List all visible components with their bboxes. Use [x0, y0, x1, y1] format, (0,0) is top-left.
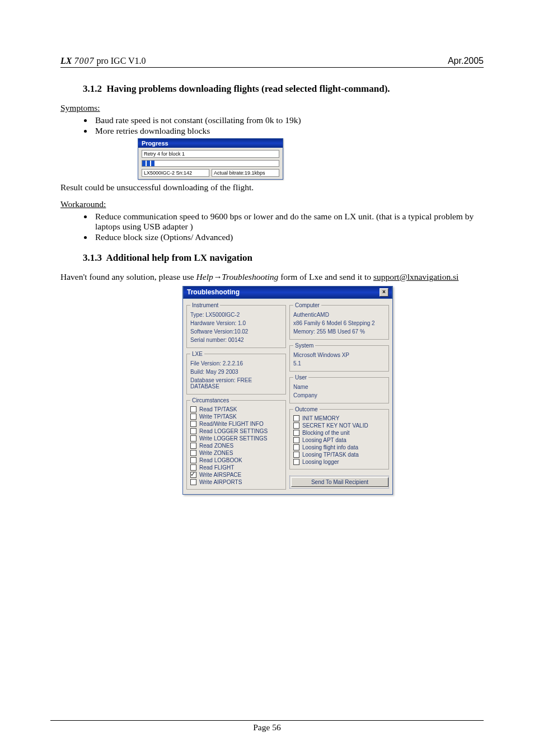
- page-footer: Page 56: [50, 720, 484, 732]
- checkbox-label: Read LOGGER SETTINGS: [199, 428, 268, 434]
- progress-bar: [142, 160, 279, 167]
- symptoms-list: Baud rate speed is not constant (oscilla…: [60, 115, 484, 136]
- checkbox-icon[interactable]: [190, 479, 196, 485]
- checkbox-label: Loosing flight info data: [302, 444, 358, 450]
- header-product: LX 7007 pro IGC V1.0: [60, 56, 146, 66]
- checkbox-icon[interactable]: [190, 421, 196, 427]
- fieldset-user: User Name Company: [289, 374, 389, 403]
- fieldset-circumstances: Circumstances Read TP/TASKWrite TP/TASKR…: [186, 397, 286, 490]
- fieldset-outcome: Outcome INIT MEMORYSECRET KEY NOT VALIDB…: [289, 406, 389, 469]
- fieldset-system: System Microsoft Windows XP 5.1: [289, 342, 389, 372]
- fieldset-lxe: LXE File Version: 2.2.2.16 Build: May 29…: [186, 351, 286, 395]
- checkbox-row[interactable]: Write LOGGER SETTINGS: [190, 435, 282, 442]
- checkbox-row[interactable]: Loosing flight info data: [293, 444, 385, 451]
- checkbox-icon[interactable]: [190, 450, 196, 456]
- send-button-focus-ring: Send To Mail Recipient: [289, 476, 389, 489]
- checkbox-icon[interactable]: [190, 464, 196, 471]
- checkbox-icon[interactable]: [190, 457, 196, 463]
- product-suffix: pro IGC V1.0: [94, 56, 146, 65]
- checkbox-icon[interactable]: [190, 435, 196, 442]
- progress-dialog: Progress Retry 4 for block 1 LX5000IGC-2…: [138, 138, 283, 180]
- checkbox-row[interactable]: SECRET KEY NOT VALID: [293, 422, 385, 429]
- workaround-label: Workaround:: [60, 199, 484, 209]
- fieldset-computer: Computer AuthenticAMD x86 Family 6 Model…: [289, 302, 389, 340]
- checkbox-row[interactable]: Read FLIGHT: [190, 464, 282, 471]
- checkbox-label: Read FLIGHT: [199, 464, 234, 471]
- checkbox-label: SECRET KEY NOT VALID: [302, 422, 368, 429]
- dialog-title: Troubleshooting: [187, 288, 240, 296]
- workaround-list: Reduce communication speed to 9600 bps o…: [60, 212, 484, 242]
- checkbox-row[interactable]: Loosing APT data: [293, 436, 385, 444]
- header-date: Apr.2005: [448, 56, 484, 66]
- progress-titlebar: Progress: [138, 139, 283, 148]
- fieldset-instrument: Instrument Type: LX5000IGC-2 Hardware Ve…: [186, 302, 286, 348]
- checkbox-label: Read LOGBOOK: [199, 457, 242, 463]
- troubleshooting-dialog: Troubleshooting × Instrument Type: LX500…: [182, 286, 393, 495]
- checkbox-icon[interactable]: [190, 443, 196, 449]
- checkbox-row[interactable]: Write AIRPORTS: [190, 478, 282, 486]
- checkbox-label: Write ZONES: [199, 450, 233, 456]
- progress-status-left: LX5000IGC-2 Sn:142: [142, 169, 209, 177]
- checkbox-row[interactable]: Read TP/TASK: [190, 406, 282, 413]
- support-email-link[interactable]: support@lxnavigation.si: [373, 272, 458, 281]
- checkbox-icon[interactable]: [190, 414, 196, 420]
- checkbox-icon[interactable]: [190, 406, 196, 412]
- troubleshooting-titlebar: Troubleshooting ×: [183, 286, 392, 299]
- checkbox-label: Loosing TP/TASK data: [302, 452, 359, 458]
- checkbox-row[interactable]: INIT MEMORY: [293, 415, 385, 422]
- checkbox-row[interactable]: Write AIRSPACE: [190, 471, 282, 478]
- checkbox-label: Blocking of the unit: [302, 430, 350, 436]
- checkbox-row[interactable]: Read/Write FLIGHT INFO: [190, 420, 282, 428]
- checkbox-label: INIT MEMORY: [302, 415, 339, 421]
- checkbox-icon[interactable]: [293, 422, 299, 429]
- progress-status-right: Actual bitrate:19.1kbps: [212, 169, 279, 177]
- checkbox-icon[interactable]: [293, 430, 299, 436]
- page-header: LX 7007 pro IGC V1.0 Apr.2005: [60, 56, 484, 68]
- checkbox-label: Read TP/TASK: [199, 406, 237, 412]
- checkbox-icon[interactable]: [190, 428, 196, 434]
- heading-313: 3.1.3 Additional help from LX navigation: [83, 252, 484, 264]
- progress-message: Retry 4 for block 1: [142, 150, 279, 158]
- list-item: Reduce block size (Options/ Advanced): [93, 232, 484, 242]
- checkbox-label: Read ZONES: [199, 443, 233, 449]
- checkbox-row[interactable]: Loosing logger: [293, 458, 385, 466]
- send-to-mail-button[interactable]: Send To Mail Recipient: [291, 477, 388, 487]
- symptoms-label: Symptoms:: [60, 102, 484, 113]
- checkbox-label: Read/Write FLIGHT INFO: [199, 421, 264, 427]
- checkbox-label: Write AIRPORTS: [199, 479, 242, 485]
- checkbox-row[interactable]: Blocking of the unit: [293, 429, 385, 436]
- checkbox-row[interactable]: Read LOGGER SETTINGS: [190, 428, 282, 435]
- checkbox-row[interactable]: Loosing TP/TASK data: [293, 451, 385, 458]
- model: 7007: [74, 56, 94, 65]
- checkbox-icon[interactable]: [293, 459, 299, 465]
- list-item: Reduce communication speed to 9600 bps o…: [93, 212, 484, 232]
- para-313: Haven't found any solution, please use H…: [60, 271, 484, 282]
- checkbox-row[interactable]: Write ZONES: [190, 449, 282, 457]
- checkbox-icon[interactable]: [293, 452, 299, 458]
- checkbox-label: Write TP/TASK: [199, 414, 237, 420]
- checkbox-row[interactable]: Read LOGBOOK: [190, 457, 282, 464]
- list-item: More retries downloading blocks: [93, 126, 484, 136]
- close-icon[interactable]: ×: [380, 288, 388, 297]
- checkbox-label: Write LOGGER SETTINGS: [199, 435, 268, 442]
- checkbox-icon[interactable]: [190, 472, 196, 478]
- result-text: Result could be unsuccessful downloading…: [60, 182, 484, 192]
- heading-312: 3.1.2 Having problems downloading flight…: [83, 83, 484, 95]
- list-item: Baud rate speed is not constant (oscilla…: [93, 115, 484, 125]
- checkbox-icon[interactable]: [293, 415, 299, 421]
- checkbox-label: Loosing APT data: [302, 437, 346, 443]
- checkbox-icon[interactable]: [293, 444, 299, 450]
- checkbox-row[interactable]: Read ZONES: [190, 442, 282, 449]
- brand: LX: [60, 56, 72, 65]
- checkbox-label: Loosing logger: [302, 459, 339, 465]
- checkbox-icon[interactable]: [293, 437, 299, 443]
- checkbox-label: Write AIRSPACE: [199, 472, 241, 478]
- checkbox-row[interactable]: Write TP/TASK: [190, 413, 282, 420]
